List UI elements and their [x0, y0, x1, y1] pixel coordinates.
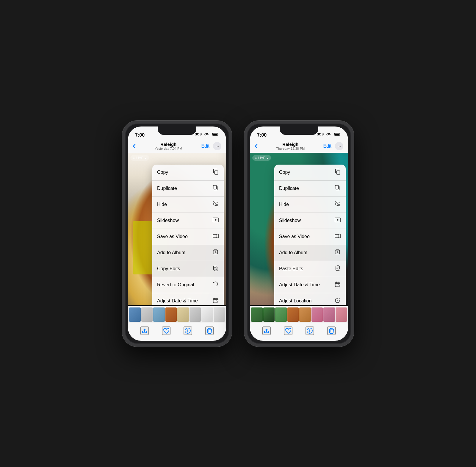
svg-marker-28	[337, 219, 339, 221]
info-button-right[interactable]	[306, 327, 314, 335]
thumb-7-right[interactable]	[323, 307, 335, 322]
battery-icon-right	[334, 131, 341, 138]
svg-rect-29	[335, 234, 339, 238]
pasteedits-icon-right	[334, 265, 341, 273]
nav-bar-left: Raleigh Yesterday 7:04 PM Edit ···	[128, 140, 226, 153]
back-button-left[interactable]	[133, 144, 136, 149]
context-menu-left: Copy Duplicate	[152, 165, 224, 305]
power-button-right[interactable]	[354, 156, 354, 174]
revert-icon-left	[212, 281, 219, 289]
menu-item-savevideo-left[interactable]: Save as Video	[152, 229, 224, 245]
edit-button-left[interactable]: Edit	[201, 143, 209, 149]
menu-item-duplicate-left[interactable]: Duplicate	[152, 181, 224, 197]
trash-button-right[interactable]	[327, 327, 336, 335]
edit-button-right[interactable]: Edit	[323, 143, 331, 149]
trash-button-left[interactable]	[205, 327, 214, 335]
menu-item-copy-left[interactable]: Copy	[152, 165, 224, 181]
copy-icon-right	[334, 168, 341, 177]
svg-marker-8	[215, 219, 217, 221]
menu-item-addalbum-right[interactable]: Add to Album	[274, 245, 346, 261]
power-button[interactable]	[232, 156, 232, 174]
svg-rect-22	[340, 134, 340, 135]
phone-frame-left: 7:00 SOS	[122, 121, 232, 347]
thumb-5-left[interactable]	[177, 307, 189, 322]
location-icon-right	[334, 297, 341, 305]
menu-item-hide-left[interactable]: Hide	[152, 197, 224, 213]
thumb-3-right[interactable]	[275, 307, 287, 322]
thumb-6-right[interactable]	[311, 307, 323, 322]
silent-button[interactable]	[122, 143, 122, 150]
thumb-1-left[interactable]	[129, 307, 141, 322]
share-button-left[interactable]	[140, 327, 149, 335]
menu-label-savevideo-left: Save as Video	[157, 234, 188, 239]
menu-item-slideshow-left[interactable]: Slideshow	[152, 213, 224, 229]
menu-label-hide-left: Hide	[157, 202, 167, 207]
menu-label-savevideo-right: Save as Video	[279, 234, 310, 239]
thumb-1-right[interactable]	[251, 307, 263, 322]
thumb-3-left[interactable]	[153, 307, 165, 322]
live-badge-right[interactable]: ⊙ LIVE ∨	[252, 155, 271, 161]
menu-item-addalbum-left[interactable]: Add to Album	[152, 245, 224, 261]
nav-actions-left: Edit ···	[201, 142, 221, 150]
photo-area-left: ⊙ LIVE ∨ Copy Duplicate	[128, 153, 226, 305]
thumb-4-right[interactable]	[287, 307, 299, 322]
svg-rect-23	[335, 133, 339, 135]
video-icon-right	[334, 233, 341, 241]
menu-item-copy-right[interactable]: Copy	[274, 165, 346, 181]
more-button-left[interactable]: ···	[213, 142, 221, 150]
menu-label-copy-right: Copy	[279, 170, 290, 175]
nav-title-main-right: Raleigh	[276, 142, 305, 147]
duplicate-icon-left	[212, 185, 219, 193]
thumb-4-left[interactable]	[165, 307, 177, 322]
menu-label-addalbum-left: Add to Album	[157, 250, 185, 255]
menu-item-savevideo-right[interactable]: Save as Video	[274, 229, 346, 245]
phone-left: 7:00 SOS	[122, 121, 232, 347]
thumb-6-left[interactable]	[190, 307, 201, 322]
heart-button-left[interactable]	[162, 327, 170, 335]
notch-right	[280, 126, 318, 135]
nav-actions-right: Edit ···	[323, 142, 343, 150]
menu-item-slideshow-right[interactable]: Slideshow	[274, 213, 346, 229]
info-button-left[interactable]	[184, 327, 192, 335]
menu-label-pasteedits-right: Paste Edits	[279, 266, 303, 271]
menu-label-datetime-right: Adjust Date & Time	[279, 282, 320, 288]
nav-title-right: Raleigh Thursday 12:38 PM	[276, 142, 305, 150]
thumb-8-left[interactable]	[214, 307, 225, 322]
menu-item-duplicate-right[interactable]: Duplicate	[274, 181, 346, 197]
share-button-right[interactable]	[262, 327, 271, 335]
svg-point-20	[328, 136, 329, 136]
volume-down-button-right[interactable]	[244, 167, 244, 177]
svg-rect-2	[218, 134, 218, 135]
thumb-strip-right	[250, 306, 348, 323]
thumb-5-right[interactable]	[299, 307, 311, 322]
phone-screen-left: 7:00 SOS	[128, 126, 226, 341]
back-chevron-left	[133, 144, 136, 149]
menu-item-revert-left[interactable]: Revert to Original	[152, 277, 224, 293]
nav-subtitle-right: Thursday 12:38 PM	[276, 147, 305, 150]
back-button-right[interactable]	[255, 144, 258, 149]
menu-item-copyedits-left[interactable]: Copy Edits	[152, 261, 224, 277]
menu-item-pasteedits-right[interactable]: Paste Edits	[274, 261, 346, 277]
thumb-7-left[interactable]	[201, 307, 213, 322]
live-badge-left[interactable]: ⊙ LIVE ∨	[130, 155, 149, 161]
calendar-icon-right	[334, 281, 341, 289]
silent-button-right[interactable]	[244, 143, 244, 150]
menu-item-datetime-right[interactable]: Adjust Date & Time	[274, 277, 346, 293]
menu-item-datetime-left[interactable]: Adjust Date & Time	[152, 293, 224, 305]
svg-point-19	[187, 329, 188, 330]
thumb-2-right[interactable]	[263, 307, 275, 322]
heart-button-right[interactable]	[284, 327, 292, 335]
status-icons-right: SOS	[317, 126, 341, 138]
volume-up-button-right[interactable]	[244, 153, 244, 163]
photo-area-right: ⊙ LIVE ∨ Copy Duplicate	[250, 153, 348, 305]
svg-rect-31	[336, 249, 339, 250]
volume-up-button[interactable]	[122, 153, 122, 163]
thumb-8-right[interactable]	[336, 307, 347, 322]
menu-item-hide-right[interactable]: Hide	[274, 197, 346, 213]
svg-point-0	[206, 136, 207, 136]
more-button-right[interactable]: ···	[335, 142, 343, 150]
duplicate-icon-right	[334, 185, 341, 193]
thumb-2-left[interactable]	[141, 307, 153, 322]
volume-down-button[interactable]	[122, 167, 122, 177]
menu-item-location-right[interactable]: Adjust Location	[274, 293, 346, 305]
